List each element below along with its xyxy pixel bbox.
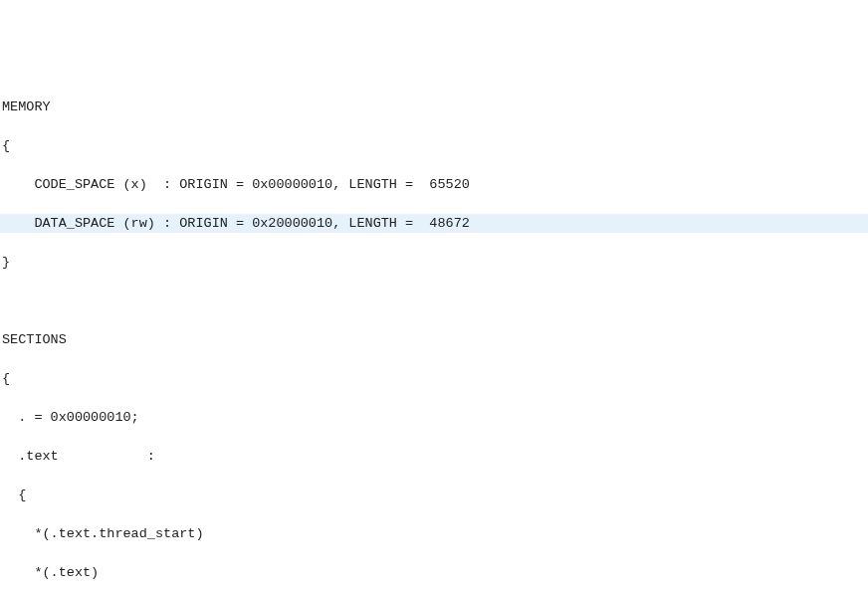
code-line: { bbox=[0, 136, 868, 156]
code-line: { bbox=[0, 369, 868, 389]
code-line: *(.text) bbox=[0, 563, 868, 583]
code-line-highlighted: DATA_SPACE (rw) : ORIGIN = 0x20000010, L… bbox=[0, 214, 868, 234]
code-line: { bbox=[0, 486, 868, 505]
code-line: CODE_SPACE (x) : ORIGIN = 0x00000010, LE… bbox=[0, 175, 868, 195]
code-line: } bbox=[0, 253, 868, 273]
code-line: .text : bbox=[0, 447, 868, 467]
code-line: . = 0x00000010; bbox=[0, 408, 868, 428]
code-line: *(.text.thread_start) bbox=[0, 524, 868, 544]
code-line: SECTIONS bbox=[0, 330, 868, 350]
linker-script-code: MEMORY { CODE_SPACE (x) : ORIGIN = 0x000… bbox=[0, 78, 868, 589]
code-line: MEMORY bbox=[0, 98, 868, 117]
